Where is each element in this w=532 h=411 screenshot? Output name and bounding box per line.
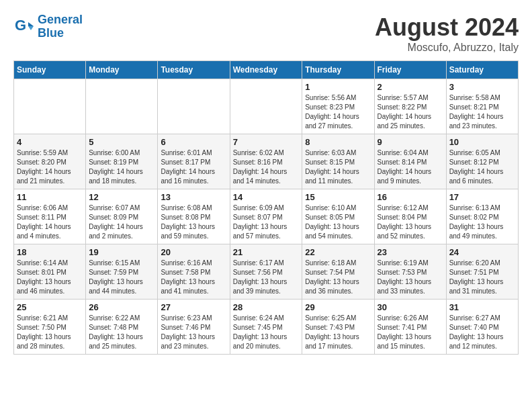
calendar-cell: 31Sunrise: 6:27 AM Sunset: 7:40 PM Dayli… — [446, 300, 518, 355]
day-info: Sunrise: 5:57 AM Sunset: 8:22 PM Dayligh… — [378, 93, 443, 131]
day-info: Sunrise: 5:56 AM Sunset: 8:23 PM Dayligh… — [305, 93, 371, 131]
calendar-cell: 1Sunrise: 5:56 AM Sunset: 8:23 PM Daylig… — [302, 79, 374, 134]
day-info: Sunrise: 6:01 AM Sunset: 8:17 PM Dayligh… — [161, 148, 226, 186]
logo: G General Blue — [13, 13, 83, 40]
calendar-cell: 22Sunrise: 6:18 AM Sunset: 7:54 PM Dayli… — [302, 244, 374, 300]
day-number: 12 — [89, 192, 154, 202]
day-number: 30 — [378, 302, 443, 312]
calendar-cell: 29Sunrise: 6:25 AM Sunset: 7:43 PM Dayli… — [302, 300, 374, 355]
calendar-cell: 27Sunrise: 6:23 AM Sunset: 7:46 PM Dayli… — [158, 300, 230, 355]
title-block: August 2024 Moscufo, Abruzzo, Italy — [375, 13, 519, 54]
svg-marker-1 — [28, 22, 34, 26]
calendar-cell — [14, 79, 86, 134]
month-title: August 2024 — [375, 13, 519, 42]
calendar-cell: 30Sunrise: 6:26 AM Sunset: 7:41 PM Dayli… — [374, 300, 446, 355]
calendar-cell: 15Sunrise: 6:10 AM Sunset: 8:05 PM Dayli… — [302, 189, 374, 244]
calendar-cell: 13Sunrise: 6:08 AM Sunset: 8:08 PM Dayli… — [158, 189, 230, 244]
day-info: Sunrise: 6:05 AM Sunset: 8:12 PM Dayligh… — [449, 148, 515, 186]
day-number: 26 — [89, 302, 154, 312]
day-info: Sunrise: 6:10 AM Sunset: 8:05 PM Dayligh… — [305, 203, 371, 241]
day-number: 27 — [161, 302, 226, 312]
day-info: Sunrise: 6:22 AM Sunset: 7:48 PM Dayligh… — [89, 314, 154, 351]
day-info: Sunrise: 6:24 AM Sunset: 7:45 PM Dayligh… — [233, 314, 300, 351]
calendar-week-row: 1Sunrise: 5:56 AM Sunset: 8:23 PM Daylig… — [14, 79, 519, 134]
svg-marker-2 — [28, 26, 34, 30]
calendar-cell: 8Sunrise: 6:03 AM Sunset: 8:15 PM Daylig… — [302, 134, 374, 189]
calendar-cell: 5Sunrise: 6:00 AM Sunset: 8:19 PM Daylig… — [86, 134, 158, 189]
day-number: 31 — [449, 302, 515, 312]
calendar-cell: 28Sunrise: 6:24 AM Sunset: 7:45 PM Dayli… — [230, 300, 302, 355]
logo-line2: Blue — [38, 26, 64, 40]
logo-icon: G — [13, 17, 34, 37]
weekday-header: Thursday — [302, 61, 374, 79]
day-info: Sunrise: 6:07 AM Sunset: 8:09 PM Dayligh… — [89, 203, 154, 241]
calendar-cell — [86, 79, 158, 134]
day-info: Sunrise: 6:13 AM Sunset: 8:02 PM Dayligh… — [449, 203, 515, 241]
day-number: 28 — [233, 302, 300, 312]
day-number: 8 — [305, 137, 371, 147]
day-number: 14 — [233, 192, 300, 202]
day-info: Sunrise: 6:15 AM Sunset: 7:59 PM Dayligh… — [89, 259, 154, 296]
calendar-week-row: 4Sunrise: 5:59 AM Sunset: 8:20 PM Daylig… — [14, 134, 519, 189]
calendar-cell: 6Sunrise: 6:01 AM Sunset: 8:17 PM Daylig… — [158, 134, 230, 189]
logo-text: General Blue — [38, 13, 83, 40]
day-info: Sunrise: 5:59 AM Sunset: 8:20 PM Dayligh… — [17, 148, 83, 186]
day-number: 6 — [161, 137, 226, 147]
day-info: Sunrise: 6:17 AM Sunset: 7:56 PM Dayligh… — [233, 259, 300, 296]
day-number: 19 — [89, 247, 154, 257]
weekday-header-row: SundayMondayTuesdayWednesdayThursdayFrid… — [14, 61, 519, 79]
day-number: 2 — [378, 82, 443, 92]
calendar-cell — [230, 79, 302, 134]
calendar-cell: 10Sunrise: 6:05 AM Sunset: 8:12 PM Dayli… — [446, 134, 518, 189]
calendar-cell: 21Sunrise: 6:17 AM Sunset: 7:56 PM Dayli… — [230, 244, 302, 300]
day-info: Sunrise: 6:06 AM Sunset: 8:11 PM Dayligh… — [17, 203, 83, 241]
day-number: 29 — [305, 302, 371, 312]
calendar-cell: 7Sunrise: 6:02 AM Sunset: 8:16 PM Daylig… — [230, 134, 302, 189]
day-info: Sunrise: 6:08 AM Sunset: 8:08 PM Dayligh… — [161, 203, 226, 241]
day-info: Sunrise: 5:58 AM Sunset: 8:21 PM Dayligh… — [449, 93, 515, 131]
day-number: 25 — [17, 302, 83, 312]
weekday-header: Sunday — [14, 61, 86, 79]
day-info: Sunrise: 6:02 AM Sunset: 8:16 PM Dayligh… — [233, 148, 300, 186]
calendar-cell: 12Sunrise: 6:07 AM Sunset: 8:09 PM Dayli… — [86, 189, 158, 244]
day-number: 20 — [161, 247, 226, 257]
day-info: Sunrise: 6:20 AM Sunset: 7:51 PM Dayligh… — [449, 259, 515, 296]
day-info: Sunrise: 6:00 AM Sunset: 8:19 PM Dayligh… — [89, 148, 154, 186]
calendar-cell: 24Sunrise: 6:20 AM Sunset: 7:51 PM Dayli… — [446, 244, 518, 300]
weekday-header: Friday — [374, 61, 446, 79]
day-info: Sunrise: 6:19 AM Sunset: 7:53 PM Dayligh… — [378, 259, 443, 296]
calendar-cell: 26Sunrise: 6:22 AM Sunset: 7:48 PM Dayli… — [86, 300, 158, 355]
calendar-week-row: 25Sunrise: 6:21 AM Sunset: 7:50 PM Dayli… — [14, 300, 519, 355]
calendar-cell: 18Sunrise: 6:14 AM Sunset: 8:01 PM Dayli… — [14, 244, 86, 300]
calendar-cell: 9Sunrise: 6:04 AM Sunset: 8:14 PM Daylig… — [374, 134, 446, 189]
day-number: 23 — [378, 247, 443, 257]
day-info: Sunrise: 6:23 AM Sunset: 7:46 PM Dayligh… — [161, 314, 226, 351]
calendar-week-row: 11Sunrise: 6:06 AM Sunset: 8:11 PM Dayli… — [14, 189, 519, 244]
day-number: 4 — [17, 137, 83, 147]
day-info: Sunrise: 6:26 AM Sunset: 7:41 PM Dayligh… — [378, 314, 443, 351]
calendar-week-row: 18Sunrise: 6:14 AM Sunset: 8:01 PM Dayli… — [14, 244, 519, 300]
day-number: 17 — [449, 192, 515, 202]
calendar-cell: 16Sunrise: 6:12 AM Sunset: 8:04 PM Dayli… — [374, 189, 446, 244]
day-info: Sunrise: 6:03 AM Sunset: 8:15 PM Dayligh… — [305, 148, 371, 186]
day-info: Sunrise: 6:16 AM Sunset: 7:58 PM Dayligh… — [161, 259, 226, 296]
calendar-cell: 11Sunrise: 6:06 AM Sunset: 8:11 PM Dayli… — [14, 189, 86, 244]
calendar-cell: 20Sunrise: 6:16 AM Sunset: 7:58 PM Dayli… — [158, 244, 230, 300]
calendar-cell — [158, 79, 230, 134]
weekday-header: Wednesday — [230, 61, 302, 79]
day-info: Sunrise: 6:27 AM Sunset: 7:40 PM Dayligh… — [449, 314, 515, 351]
calendar-cell: 25Sunrise: 6:21 AM Sunset: 7:50 PM Dayli… — [14, 300, 86, 355]
day-info: Sunrise: 6:12 AM Sunset: 8:04 PM Dayligh… — [378, 203, 443, 241]
day-number: 16 — [378, 192, 443, 202]
weekday-header: Tuesday — [158, 61, 230, 79]
day-number: 7 — [233, 137, 300, 147]
weekday-header: Saturday — [446, 61, 518, 79]
day-info: Sunrise: 6:21 AM Sunset: 7:50 PM Dayligh… — [17, 314, 83, 351]
svg-text:G: G — [15, 17, 26, 34]
day-number: 15 — [305, 192, 371, 202]
day-number: 9 — [378, 137, 443, 147]
calendar-cell: 17Sunrise: 6:13 AM Sunset: 8:02 PM Dayli… — [446, 189, 518, 244]
day-info: Sunrise: 6:14 AM Sunset: 8:01 PM Dayligh… — [17, 259, 83, 296]
calendar-cell: 19Sunrise: 6:15 AM Sunset: 7:59 PM Dayli… — [86, 244, 158, 300]
calendar-table: SundayMondayTuesdayWednesdayThursdayFrid… — [13, 60, 519, 355]
